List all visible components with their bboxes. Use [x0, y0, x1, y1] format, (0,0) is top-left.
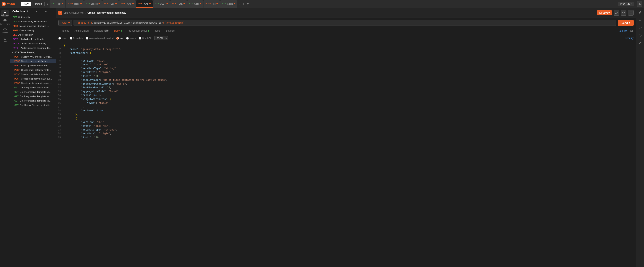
svg-point-19	[640, 34, 640, 35]
tab-add-button[interactable]: +	[241, 2, 246, 6]
method-badge: GET	[14, 100, 18, 102]
comment-icon-button[interactable]	[621, 10, 626, 16]
list-item[interactable]: POST Create social default events ...	[10, 81, 56, 85]
tab-post-cre-active[interactable]: POST Cre.	[136, 0, 153, 8]
list-item[interactable]: GET Get Identity By Multiple Alias...	[10, 20, 56, 24]
list-item[interactable]: GET Get History Stream by Identi...	[10, 103, 56, 107]
tab-get-task[interactable]: GET Task	[50, 0, 65, 8]
list-item[interactable]: GET Get Progressive Template va...	[10, 98, 56, 103]
body-binary-option[interactable]: binary	[126, 37, 136, 40]
tab-post-pos[interactable]: POST Pos	[204, 0, 220, 8]
more-options-button[interactable]: ···	[45, 10, 53, 13]
list-item[interactable]: GET Get Identity	[10, 15, 56, 20]
tab-dirty-dot	[115, 3, 117, 4]
body-options: none form-data x-www-form-urlencoded raw…	[56, 34, 636, 42]
code-line: 11 "lookBackDurationType": "hours",	[56, 82, 636, 86]
list-item[interactable]: POST Create Identity	[10, 28, 56, 32]
right-settings-icon[interactable]	[638, 40, 643, 46]
svg-point-20	[640, 42, 640, 43]
list-item[interactable]: PATCH Delete Alias from Identity	[10, 41, 56, 46]
tab-post-cus[interactable]: POST Cus	[102, 0, 119, 8]
list-item[interactable]: PATCH Adds/Removes one/more Id...	[10, 46, 56, 50]
code-editor[interactable]: 1 { 2 "name": "journey-default-template1…	[56, 42, 636, 267]
left-area: Collections Environments History Mock Co…	[0, 8, 56, 267]
code-icon[interactable]: </>	[630, 30, 634, 32]
account-icon-button[interactable]	[637, 1, 642, 7]
right-code-icon[interactable]	[638, 25, 643, 30]
tab-params[interactable]: Params	[58, 28, 71, 34]
breadcrumb-collection: JDS CiscoLive(old)	[64, 12, 84, 14]
tab-authorization[interactable]: Authorization	[72, 28, 91, 34]
tab-pre-request[interactable]: Pre-request Script	[125, 28, 152, 34]
svg-rect-5	[4, 13, 6, 14]
code-line: 22 "event": "task:new",	[56, 124, 636, 128]
save-button[interactable]: Save ▾	[597, 10, 612, 15]
tab-tests[interactable]: Tests	[152, 28, 163, 34]
tab-post-tasks[interactable]: POST Tasks	[66, 0, 84, 8]
sidebar-environments-icon[interactable]: Environments	[2, 18, 8, 26]
tab-method: GET	[155, 2, 159, 5]
list-item[interactable]: PATCH Add Alias To an Identity	[10, 37, 56, 41]
group-label: JDS CiscoLive(old)	[14, 51, 36, 54]
body-format-select[interactable]: JSON	[154, 36, 168, 40]
tab-body[interactable]: Body	[112, 28, 124, 34]
list-item[interactable]: DEL Delete Identity	[10, 32, 56, 37]
tab-dirty-dot	[98, 3, 100, 4]
list-item[interactable]: DEL Delete - journey-default-tem...	[10, 63, 56, 68]
method-badge: DEL	[14, 64, 18, 67]
tab-get-i[interactable]: GET Get I	[187, 0, 203, 8]
right-comment-icon[interactable]	[638, 17, 643, 23]
method-badge: GET	[14, 91, 18, 93]
filter-collections-button[interactable]: ≡	[36, 10, 44, 13]
workspace-button[interactable]: Prod_US ▾	[618, 2, 634, 6]
sidebar-history-icon[interactable]: History	[2, 27, 8, 34]
method-select[interactable]: POST ▾	[58, 20, 72, 26]
tab-settings[interactable]: Settings	[164, 28, 177, 34]
list-item[interactable]: POST Custom WxConnect - Merge...	[10, 54, 56, 59]
import-button[interactable]: Import	[32, 2, 44, 6]
list-item[interactable]: POST Create chat default events f...	[10, 72, 56, 76]
tab-method: POST	[206, 2, 211, 5]
tabs-next-button[interactable]: ›	[238, 2, 241, 6]
maximize-icon-button[interactable]	[628, 10, 634, 16]
send-button[interactable]: Send ▾	[618, 20, 634, 26]
tab-get-list[interactable]: GET List Rc	[84, 0, 102, 8]
sidebar-collections-icon[interactable]: Collections	[2, 10, 8, 17]
edit-icon-button[interactable]	[614, 10, 619, 16]
list-item[interactable]: GET Get Progressive Template va...	[10, 94, 56, 98]
tabs-menu-button[interactable]: ▾	[246, 2, 250, 6]
tab-method: GET	[189, 2, 194, 5]
code-line: 9 "limit": 100,	[56, 74, 636, 78]
list-item-get-progressive[interactable]: GET Get Progressive Profile View ...	[10, 85, 56, 90]
right-edit-icon[interactable]	[638, 10, 643, 15]
body-formdata-option[interactable]: form-data	[70, 37, 83, 40]
code-line: 5 "version": "0.1",	[56, 59, 636, 63]
tab-label: Cre.	[178, 2, 183, 5]
list-item[interactable]: POST Create email default events f...	[10, 68, 56, 72]
add-collection-button[interactable]: +	[26, 10, 35, 13]
list-item[interactable]: POST Create telephony default eve...	[10, 76, 56, 81]
sidebar-mock-icon[interactable]: Mock	[2, 36, 8, 43]
body-none-option[interactable]: none	[58, 37, 67, 40]
collections-list: GET Get Identity GET Get Identity By Mul…	[10, 15, 56, 267]
url-input[interactable]: {{baseUrl}}/admin/v1/api/profile-view-te…	[74, 20, 616, 26]
item-label: Get Identity	[18, 16, 30, 18]
tab-post-cre1[interactable]: POST Cre.	[119, 0, 136, 8]
body-graphql-option[interactable]: GraphQL	[139, 37, 152, 40]
tabs-prev-button[interactable]: ‹	[46, 2, 49, 6]
body-raw-option[interactable]: raw	[116, 37, 124, 40]
new-button[interactable]: New	[21, 2, 32, 6]
list-item[interactable]: GET Get Progressive Template va...	[10, 90, 56, 94]
list-item[interactable]: POST Merge one/more Identities t...	[10, 24, 56, 28]
tab-post-cre3[interactable]: POST Cre.	[170, 0, 187, 8]
collection-group-jds[interactable]: ▼ JDS CiscoLive(old)	[10, 50, 56, 54]
cookies-link[interactable]: Cookies	[618, 30, 627, 32]
list-item-active[interactable]: POST Create - journey-default-te...	[10, 59, 56, 63]
tab-get-n[interactable]: GET Get N	[220, 0, 237, 8]
logo-icon	[2, 2, 6, 6]
beautify-button[interactable]: Beautify	[625, 37, 634, 40]
tab-get-uc2[interactable]: GET UC2 -	[153, 0, 170, 8]
tab-headers[interactable]: Headers 10	[92, 28, 111, 34]
right-info-icon[interactable]	[638, 32, 643, 38]
body-urlencoded-option[interactable]: x-www-form-urlencoded	[86, 37, 114, 40]
